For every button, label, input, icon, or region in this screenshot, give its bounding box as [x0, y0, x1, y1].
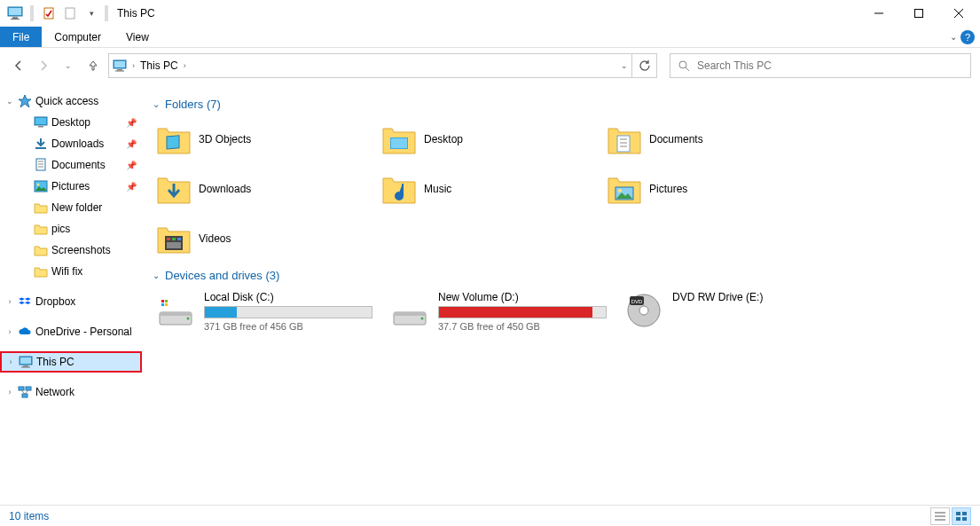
folder-icon — [381, 171, 417, 207]
sidebar-item[interactable]: Screenshots — [0, 239, 142, 261]
svg-rect-30 — [21, 367, 30, 368]
folder-label: Videos — [199, 232, 231, 245]
sidebar-item[interactable]: Pictures📌 — [0, 176, 142, 197]
pin-icon: 📌 — [126, 139, 137, 149]
svg-rect-67 — [956, 512, 960, 515]
qat-dropdown-icon[interactable]: ▾ — [82, 4, 101, 23]
tab-view[interactable]: View — [114, 27, 161, 47]
maximize-button[interactable] — [898, 0, 938, 27]
svg-point-61 — [639, 306, 648, 315]
drive-icon: DVD — [624, 291, 663, 330]
drive-icon — [390, 291, 429, 330]
folder-item[interactable]: Downloads — [153, 166, 374, 212]
folder-item[interactable]: Documents — [603, 116, 825, 162]
search-box[interactable] — [670, 53, 971, 78]
breadcrumb[interactable]: This PC — [140, 59, 178, 72]
chevron-right-icon[interactable]: › — [5, 388, 14, 396]
drive-item[interactable]: New Volume (D:)37.7 GB free of 450 GB — [387, 287, 617, 341]
sidebar-quick-access[interactable]: ⌄ Quick access — [0, 90, 142, 112]
folder-item[interactable]: Music — [378, 166, 600, 212]
chevron-right-icon[interactable]: › — [5, 297, 14, 306]
drive-label: New Volume (D:) — [438, 291, 614, 303]
svg-point-59 — [421, 318, 424, 320]
forward-button[interactable] — [34, 56, 53, 75]
help-icon[interactable]: ? — [960, 30, 975, 44]
drive-item[interactable]: DVDDVD RW Drive (E:) — [621, 287, 851, 341]
sidebar-item-label: Downloads — [51, 137, 122, 150]
up-button[interactable] — [83, 56, 103, 75]
status-bar: 10 items — [0, 505, 980, 526]
refresh-button[interactable] — [632, 53, 657, 78]
svg-rect-58 — [394, 312, 426, 316]
folder-icon — [156, 221, 192, 256]
folder-icon — [156, 171, 192, 207]
svg-marker-16 — [19, 95, 31, 107]
sidebar-item-label: Quick access — [35, 95, 142, 107]
ribbon-tabs: File Computer View ⌄ ? — [0, 27, 980, 48]
folder-icon — [34, 264, 48, 279]
tiles-view-button[interactable] — [952, 507, 971, 525]
sidebar-item-label: pics — [51, 223, 142, 235]
svg-rect-68 — [962, 512, 967, 515]
drive-usage-bar — [204, 306, 372, 318]
svg-rect-47 — [172, 238, 176, 240]
chevron-right-icon[interactable]: › — [5, 327, 14, 336]
svg-rect-54 — [165, 300, 168, 302]
drive-icon — [156, 291, 195, 330]
address-dropdown-icon[interactable]: ⌄ — [621, 61, 628, 70]
sidebar-item[interactable]: pics — [0, 218, 142, 239]
svg-rect-32 — [26, 387, 31, 390]
minimize-button[interactable] — [858, 0, 898, 27]
window-title: This PC — [117, 7, 155, 20]
drive-free-text: 371 GB free of 456 GB — [204, 321, 380, 332]
folder-label: Desktop — [424, 133, 463, 145]
svg-point-26 — [37, 184, 40, 186]
properties-qat-icon[interactable] — [39, 4, 59, 23]
sidebar-item-label: Wifi fix — [51, 265, 142, 278]
sidebar-item-label: Dropbox — [35, 295, 142, 308]
sidebar-dropbox[interactable]: › Dropbox — [0, 291, 142, 312]
svg-rect-29 — [23, 365, 28, 367]
search-input[interactable] — [697, 59, 963, 72]
address-bar[interactable]: › This PC › ⌄ — [108, 53, 632, 78]
drive-item[interactable]: Local Disk (C:)371 GB free of 456 GB — [153, 287, 383, 341]
sidebar-item[interactable]: New folder — [0, 197, 142, 218]
chevron-down-icon[interactable]: ⌄ — [5, 97, 14, 106]
svg-rect-2 — [12, 17, 18, 19]
sidebar-onedrive[interactable]: › OneDrive - Personal — [0, 321, 142, 342]
folder-icon — [34, 115, 48, 130]
sidebar-item[interactable]: Documents📌 — [0, 154, 142, 176]
recent-locations-icon[interactable]: ⌄ — [59, 56, 78, 75]
sidebar-item[interactable]: Desktop📌 — [0, 112, 142, 133]
group-header-folders[interactable]: ⌄ Folders (7) — [153, 98, 969, 111]
group-header-drives[interactable]: ⌄ Devices and drives (3) — [153, 269, 969, 282]
chevron-right-icon[interactable]: › — [6, 357, 15, 366]
search-icon — [678, 59, 690, 72]
chevron-down-icon: ⌄ — [153, 271, 160, 280]
folder-label: 3D Objects — [199, 133, 251, 145]
details-view-button[interactable] — [930, 507, 950, 525]
folder-item[interactable]: 3D Objects — [153, 116, 374, 162]
sidebar-this-pc[interactable]: › This PC — [0, 351, 142, 373]
new-folder-qat-icon[interactable] — [60, 4, 80, 23]
sidebar-item[interactable]: Wifi fix — [0, 261, 142, 282]
tab-computer[interactable]: Computer — [42, 27, 114, 47]
ribbon-expand-icon[interactable]: ⌄ — [950, 32, 957, 42]
sidebar-item-label: Desktop — [51, 116, 122, 129]
close-button[interactable] — [938, 0, 978, 27]
back-button[interactable] — [9, 56, 28, 75]
this-pc-icon — [5, 4, 25, 23]
svg-rect-56 — [165, 303, 168, 306]
folder-item[interactable]: Pictures — [603, 166, 825, 212]
sidebar-item[interactable]: Downloads📌 — [0, 133, 142, 154]
group-header-label: Devices and drives (3) — [165, 269, 279, 282]
svg-rect-5 — [66, 8, 74, 19]
folder-item[interactable]: Videos — [153, 216, 374, 262]
tab-file[interactable]: File — [0, 27, 42, 47]
folder-label: Pictures — [649, 183, 687, 195]
network-icon — [18, 385, 32, 399]
sidebar-item-label: New folder — [51, 201, 142, 214]
sidebar-item-label: Network — [35, 386, 142, 398]
sidebar-network[interactable]: › Network — [0, 381, 142, 403]
folder-item[interactable]: Desktop — [378, 116, 600, 162]
